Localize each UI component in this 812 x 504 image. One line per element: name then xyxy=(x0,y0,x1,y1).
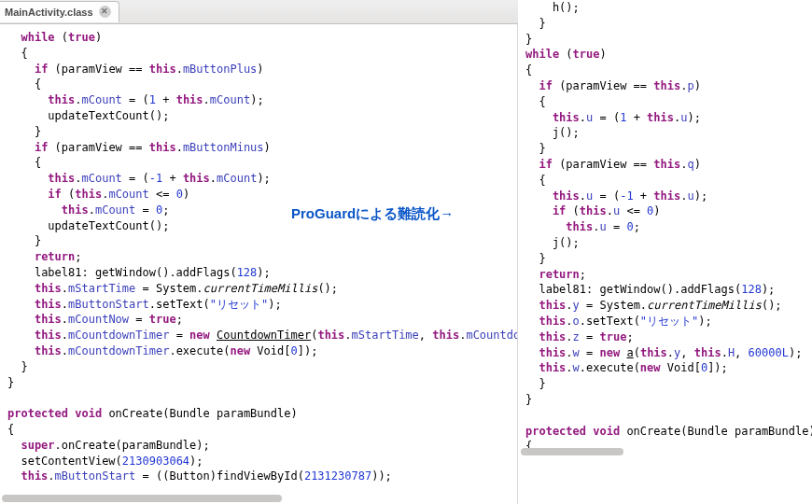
horizontal-scrollbar[interactable] xyxy=(521,448,623,455)
tab-mainactivity[interactable]: MainActivity.class ✕ xyxy=(0,1,119,22)
proguard-annotation: ProGuardによる難読化→ xyxy=(291,205,454,223)
tab-label: MainActivity.class xyxy=(5,7,93,18)
code-pane-obfuscated[interactable]: h(); } } while (true) { if (paramView ==… xyxy=(518,0,812,504)
split-panes: while (true) { if (paramView == this.mBu… xyxy=(0,24,812,504)
code-obfuscated: h(); } } while (true) { if (paramView ==… xyxy=(518,0,812,477)
code-pane-original[interactable]: while (true) { if (paramView == this.mBu… xyxy=(0,24,518,504)
code-original: while (true) { if (paramView == this.mBu… xyxy=(0,24,517,504)
close-icon[interactable]: ✕ xyxy=(99,6,111,18)
horizontal-scrollbar[interactable] xyxy=(2,495,282,502)
tab-bar: MainActivity.class ✕ xyxy=(0,0,518,24)
